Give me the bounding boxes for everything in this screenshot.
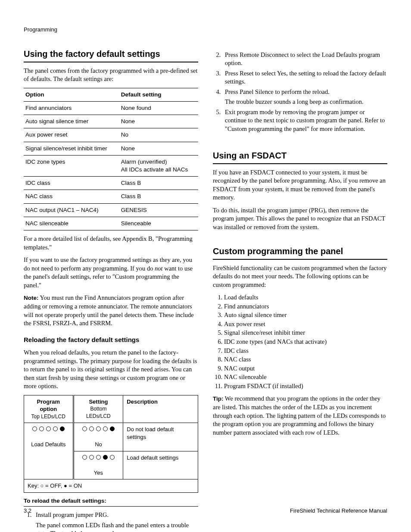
table-cell: Silenceable <box>119 217 198 230</box>
paragraph: If you want to use the factory programme… <box>24 256 198 289</box>
list-item: Auto signal silence timer <box>224 311 387 320</box>
th-setting: Setting Bottom LEDs/LCD <box>73 395 123 423</box>
table-cell: Class B <box>119 177 198 190</box>
table-cell: Alarm (unverified)All IDCs activate all … <box>119 155 198 176</box>
list-item: Aux power reset <box>224 320 387 329</box>
table-row: IDC classClass B <box>24 177 198 190</box>
emphasis-not: not <box>155 265 163 272</box>
load-defaults-table: Program option Top LEDs/LCD Setting Bott… <box>24 395 198 493</box>
paragraph: The panel comes from the factory program… <box>24 67 198 84</box>
key-cell: Key: ○ = OFF, ● = ON <box>24 479 198 493</box>
to-reload-heading: To reload the default settings: <box>24 497 198 507</box>
step-body: The panel common LEDs flash and the pane… <box>36 521 198 532</box>
tip-label: Tip: <box>213 395 224 402</box>
table-cell: Find annunciators <box>24 101 119 115</box>
page: Programming Using the factory default se… <box>0 0 411 532</box>
table-cell: Aux power reset <box>24 128 119 142</box>
table-cell: Auto signal silence timer <box>24 115 119 128</box>
led-pattern-icon <box>82 455 115 460</box>
step-2: Press Remote Disconnect to select the Lo… <box>222 51 387 68</box>
table-cell: NAC silenceable <box>24 217 119 230</box>
list-item: NAC class <box>224 355 387 364</box>
text: Press Panel Silence to perform the reloa… <box>225 88 330 95</box>
text: Setting <box>89 398 108 405</box>
list-item: NAC output <box>224 364 387 373</box>
options-list: Load defaultsFind annunciatorsAuto signa… <box>213 293 387 390</box>
setting-cell: Yes <box>73 451 123 479</box>
paragraph: FireShield functionality can be custom p… <box>213 264 387 289</box>
list-item: Program FSDACT (if installed) <box>224 382 387 391</box>
list-item: Signal silence/reset inhibit timer <box>224 329 387 337</box>
defaults-table: Option Default setting Find annunciators… <box>24 88 198 230</box>
two-columns: Using the factory default settings The p… <box>24 48 387 532</box>
left-column: Using the factory default settings The p… <box>24 48 198 532</box>
th-program-option: Program option Top LEDs/LCD <box>24 395 74 423</box>
list-item: IDC zone types (and NACs that activate) <box>224 338 387 346</box>
table-cell: IDC zone types <box>24 155 119 176</box>
note-body: You must run the Find Annunciators progr… <box>24 294 194 327</box>
text: Bottom LEDs/LCD <box>78 405 120 419</box>
th-option: Option <box>24 88 119 101</box>
table-row: Auto signal silence timerNone <box>24 115 198 128</box>
led-pattern-icon <box>32 426 65 431</box>
table-row: Aux power resetNo <box>24 128 198 142</box>
note-label: Note: <box>24 295 39 301</box>
list-item: Load defaults <box>224 293 387 302</box>
list-item: Find annunciators <box>224 302 387 311</box>
page-footer: 3.2 FireShield Technical Reference Manua… <box>24 507 387 515</box>
table-cell: NAC class <box>24 190 119 203</box>
table-cell: Class B <box>119 190 198 203</box>
table-cell: No <box>119 128 198 142</box>
paragraph: To do this, install the program jumper (… <box>213 206 387 232</box>
note-paragraph: Note: You must run the Find Annunciators… <box>24 294 198 327</box>
heading-reload: Reloading the factory default settings <box>24 336 198 344</box>
table-cell: Signal silence/reset inhibit timer <box>24 142 119 155</box>
th-default: Default setting <box>119 88 198 101</box>
tip-paragraph: Tip: We recommend that you program the o… <box>213 395 387 437</box>
table-cell: IDC class <box>24 177 119 190</box>
text: No <box>95 441 102 448</box>
footer-right: FireShield Technical Reference Manual <box>290 507 387 515</box>
list-item: IDC class <box>224 347 387 355</box>
table-cell: GENESIS <box>119 203 198 217</box>
text: Program option <box>37 398 60 413</box>
step-body: The trouble buzzer sounds a long beep as… <box>225 98 387 106</box>
step-5: Exit program mode by removing the progra… <box>222 108 387 134</box>
heading-custom: Custom programming the panel <box>213 246 387 260</box>
table-row: NAC silenceableSilenceable <box>24 217 198 230</box>
table-cell: NAC output (NAC1 – NAC4) <box>24 203 119 217</box>
step-3: Press Reset to select Yes, the setting t… <box>222 69 387 86</box>
table-row: NAC output (NAC1 – NAC4)GENESIS <box>24 203 198 217</box>
table-cell: None <box>119 142 198 155</box>
tip-body: We recommend that you program the option… <box>213 395 386 436</box>
footer-left: 3.2 <box>24 507 31 515</box>
text: Yes <box>94 470 103 476</box>
table-row: Find annunciatorsNone found <box>24 101 198 115</box>
desc-cell: Load default settings <box>123 451 198 479</box>
prog-option-cell: Load Defaults <box>24 423 74 479</box>
table-cell: None found <box>119 101 198 115</box>
paragraph: For a more detailed list of defaults, se… <box>24 235 198 252</box>
paragraph: If you have an FSDACT connected to your … <box>213 168 387 202</box>
list-item: NAC silenceable <box>224 373 387 382</box>
th-description: Description <box>123 395 198 423</box>
steps-right: Press Remote Disconnect to select the Lo… <box>213 51 387 134</box>
text: Top LEDs/LCD <box>28 413 69 420</box>
table-row: NAC classClass B <box>24 190 198 203</box>
heading-defaults: Using the factory default settings <box>24 48 198 62</box>
paragraph: When you reload defaults, you return the… <box>24 348 198 391</box>
desc-cell: Do not load default settings <box>123 423 198 451</box>
right-column: Press Remote Disconnect to select the Lo… <box>213 48 387 532</box>
led-pattern-icon <box>82 426 115 431</box>
table-cell: None <box>119 115 198 128</box>
text: Load Defaults <box>31 441 65 448</box>
step-4: Press Panel Silence to perform the reloa… <box>222 88 387 106</box>
table-row: Signal silence/reset inhibit timerNone <box>24 142 198 155</box>
heading-fsdact: Using an FSDACT <box>213 150 387 164</box>
running-head: Programming <box>24 26 387 34</box>
setting-cell: No <box>73 423 123 451</box>
table-row: IDC zone typesAlarm (unverified)All IDCs… <box>24 155 198 176</box>
